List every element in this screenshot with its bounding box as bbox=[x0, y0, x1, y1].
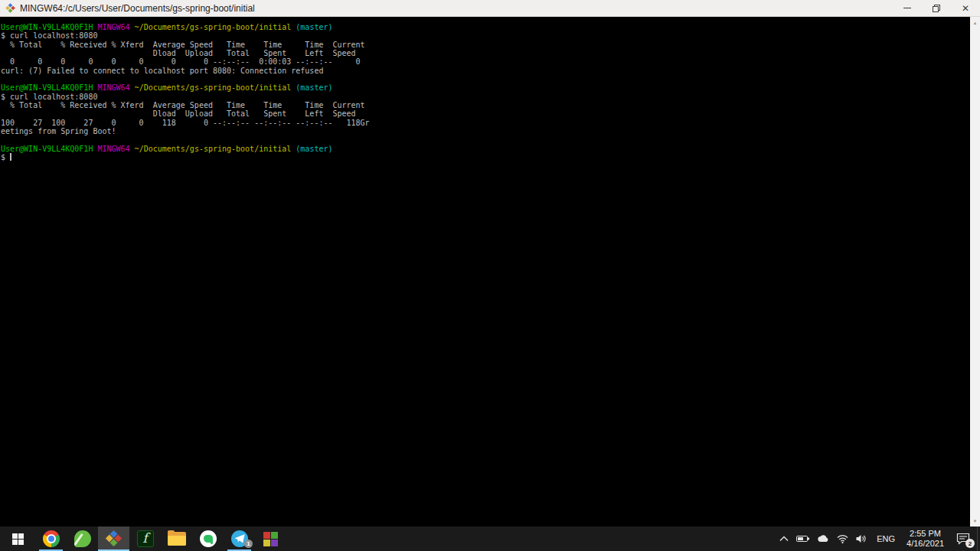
file-explorer-icon bbox=[168, 532, 186, 546]
taskbar-telegram-button[interactable]: 1 bbox=[224, 527, 255, 551]
action-center-button[interactable]: 2 bbox=[949, 527, 977, 551]
terminal-line: $ bbox=[1, 153, 969, 161]
terminal-cursor bbox=[10, 153, 11, 161]
cloud-icon bbox=[817, 535, 829, 543]
terminal-line: % Total % Received % Xferd Average Speed… bbox=[1, 101, 969, 109]
tray-wifi-button[interactable] bbox=[833, 527, 852, 551]
terminal-line: User@WIN-V9LL4KQ0F1H MINGW64 ~/Documents… bbox=[1, 23, 969, 31]
tray-onedrive-button[interactable] bbox=[813, 527, 833, 551]
terminal-line: $ curl localhost:8080 bbox=[1, 93, 969, 101]
tray-date: 4/16/2021 bbox=[906, 539, 944, 549]
gitbash-icon bbox=[105, 530, 123, 548]
taskbar-evernote-button[interactable] bbox=[192, 527, 224, 551]
f-app-icon: f bbox=[137, 530, 154, 547]
gitbash-window-icon bbox=[5, 3, 15, 13]
tray-time: 2:55 PM bbox=[906, 529, 944, 539]
terminal-line: 100 27 100 27 0 0 118 0 --:--:-- --:--:-… bbox=[1, 119, 969, 127]
show-desktop-button[interactable] bbox=[977, 527, 980, 551]
notification-badge: 2 bbox=[965, 539, 975, 548]
tray-volume-button[interactable] bbox=[852, 527, 871, 551]
evernote-icon bbox=[200, 530, 217, 547]
close-button[interactable]: ✕ bbox=[951, 0, 980, 17]
wifi-icon bbox=[837, 535, 848, 543]
windows-logo-icon bbox=[12, 533, 24, 545]
start-button[interactable] bbox=[0, 527, 35, 551]
taskbar-tiles-app-button[interactable] bbox=[255, 527, 286, 551]
terminal-line: $ curl localhost:8080 bbox=[1, 31, 969, 40]
chevron-up-icon bbox=[779, 536, 789, 542]
tray-clock[interactable]: 2:55 PM 4/16/2021 bbox=[901, 529, 949, 549]
minimize-button[interactable] bbox=[893, 0, 922, 17]
terminal-scrollbar[interactable]: ▲ ▼ bbox=[970, 17, 980, 527]
taskbar-spring-button[interactable] bbox=[67, 527, 98, 551]
taskbar-f-app-button[interactable]: f bbox=[129, 527, 161, 551]
terminal-line: User@WIN-V9LL4KQ0F1H MINGW64 ~/Documents… bbox=[1, 83, 969, 92]
terminal-line: % Total % Received % Xferd Average Speed… bbox=[1, 41, 969, 49]
telegram-badge: 1 bbox=[244, 540, 253, 548]
colored-tiles-icon bbox=[263, 532, 278, 546]
minimize-icon bbox=[903, 8, 911, 8]
taskbar-chrome-button[interactable] bbox=[35, 527, 67, 551]
scrollbar-down-icon[interactable]: ▼ bbox=[970, 516, 980, 526]
terminal-line: Dload Upload Total Spent Left Speed bbox=[1, 49, 969, 57]
window-titlebar: MINGW64:/c/Users/User/Documents/gs-sprin… bbox=[0, 0, 980, 17]
tray-expand-button[interactable] bbox=[776, 527, 792, 551]
tray-language-button[interactable]: ENG bbox=[871, 527, 901, 551]
system-tray: ENG 2:55 PM 4/16/2021 2 bbox=[776, 527, 980, 551]
restore-icon bbox=[933, 5, 940, 12]
tray-battery-button[interactable] bbox=[792, 527, 813, 551]
restore-button[interactable] bbox=[922, 0, 951, 17]
speaker-icon bbox=[856, 534, 867, 543]
terminal-line: 0 0 0 0 0 0 0 0 --:--:-- 0:00:03 --:--:-… bbox=[1, 57, 969, 66]
taskbar-gitbash-button[interactable] bbox=[98, 527, 129, 551]
taskbar: f 1 bbox=[0, 527, 980, 551]
desktop: MINGW64:/c/Users/User/Documents/gs-sprin… bbox=[0, 0, 980, 551]
terminal-line bbox=[1, 75, 969, 83]
close-icon: ✕ bbox=[962, 5, 969, 12]
spring-leaf-icon bbox=[74, 530, 91, 547]
scrollbar-up-icon[interactable]: ▲ bbox=[970, 18, 980, 28]
chrome-icon bbox=[43, 530, 60, 547]
window-title: MINGW64:/c/Users/User/Documents/gs-sprin… bbox=[20, 0, 255, 17]
battery-icon bbox=[796, 535, 809, 543]
terminal-line: eetings from Spring Boot! bbox=[1, 127, 969, 135]
terminal-line: User@WIN-V9LL4KQ0F1H MINGW64 ~/Documents… bbox=[1, 145, 969, 153]
taskbar-explorer-button[interactable] bbox=[161, 527, 192, 551]
terminal-line: Dload Upload Total Spent Left Speed bbox=[1, 109, 969, 118]
terminal-output: User@WIN-V9LL4KQ0F1H MINGW64 ~/Documents… bbox=[1, 23, 969, 162]
terminal-line: curl: (7) Failed to connect to localhost… bbox=[1, 67, 969, 75]
terminal-line bbox=[1, 135, 969, 144]
window-controls: ✕ bbox=[893, 0, 980, 17]
terminal-window[interactable]: User@WIN-V9LL4KQ0F1H MINGW64 ~/Documents… bbox=[0, 17, 980, 527]
